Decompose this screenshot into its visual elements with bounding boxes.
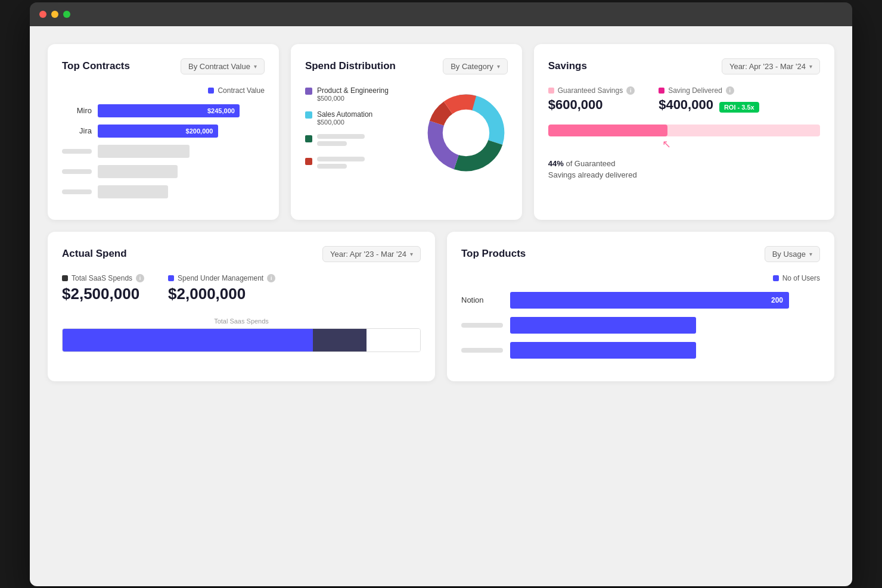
bar-row: Jira$200,000 — [62, 125, 265, 138]
chevron-down-icon: ▾ — [410, 251, 413, 257]
top-contracts-bars: Miro$245,000Jira$200,000 — [62, 104, 265, 198]
product-bar: 200 — [510, 292, 789, 309]
info-icon: i — [267, 274, 275, 282]
spend-legend: Product & Engineering$500,000Sales Autom… — [305, 86, 412, 179]
delivered-savings-label: Saving Delivered i — [659, 86, 759, 95]
spend-under-mgmt-value: $2,000,000 — [168, 285, 275, 303]
savings-note: 44% of GuaranteedSavings already deliver… — [548, 158, 820, 181]
total-saas-dot — [62, 275, 68, 281]
savings-card: Savings Year: Apr '23 - Mar '24 ▾ Guaran… — [534, 44, 834, 220]
spend-legend-name: Sales Automation — [317, 110, 372, 119]
bar-value: $200,000 — [186, 127, 213, 135]
top-products-card: Top Products By Usage ▾ No of Users Noti… — [447, 232, 834, 381]
guaranteed-savings-label: Guaranteed Savings i — [548, 86, 635, 95]
actual-spend-card: Actual Spend Year: Apr '23 - Mar '24 ▾ T… — [48, 232, 435, 381]
product-bar — [510, 317, 696, 334]
total-saas-metric: Total SaaS Spends i $2,500,000 — [62, 274, 144, 303]
bar-container — [98, 185, 265, 198]
delivered-savings-dot — [659, 88, 664, 94]
bar-label: Miro — [62, 106, 92, 115]
actual-spend-dropdown[interactable]: Year: Apr '23 - Mar '24 ▾ — [322, 246, 421, 262]
total-saas-value: $2,500,000 — [62, 285, 144, 303]
spend-stacked-bar — [62, 328, 421, 352]
spend-chart-label: Total Saas Spends — [62, 318, 421, 325]
product-bar — [510, 342, 696, 359]
guaranteed-savings-metric: Guaranteed Savings i $600,000 — [548, 86, 635, 113]
top-contracts-legend: Contract Value — [62, 86, 265, 95]
bar-row — [62, 185, 265, 198]
spend-bar-blue — [63, 329, 313, 351]
top-products-bars: Notion200 — [461, 292, 820, 359]
savings-title: Savings — [548, 60, 587, 72]
spend-distribution-dropdown[interactable]: By Category ▾ — [443, 58, 508, 74]
bar — [98, 185, 168, 198]
savings-header: Savings Year: Apr '23 - Mar '24 ▾ — [548, 58, 820, 74]
product-bar-row — [461, 342, 820, 359]
products-legend-dot — [773, 275, 779, 281]
bar-row: Miro$245,000 — [62, 104, 265, 117]
spend-under-mgmt-metric: Spend Under Management i $2,000,000 — [168, 274, 275, 303]
bar: $245,000 — [98, 104, 240, 117]
spend-bar-empty — [367, 329, 420, 351]
actual-spend-metrics: Total SaaS Spends i $2,500,000 Spend Und… — [62, 274, 421, 303]
bar-container — [98, 165, 265, 178]
spend-legend-item: Sales Automation$500,000 — [305, 110, 412, 126]
product-bar-value: 200 — [771, 296, 783, 304]
info-icon: i — [726, 86, 734, 95]
spend-legend-value: $500,000 — [317, 119, 372, 126]
spend-distribution-header: Spend Distribution By Category ▾ — [305, 58, 508, 74]
bar-container: $200,000 — [98, 125, 265, 138]
savings-metrics: Guaranteed Savings i $600,000 Saving Del… — [548, 86, 820, 113]
product-bar-label: Notion — [461, 295, 503, 304]
browser-titlebar — [30, 2, 852, 26]
svg-point-5 — [443, 109, 489, 155]
top-contracts-header: Top Contracts By Contract Value ▾ — [62, 58, 265, 74]
chevron-down-icon: ▾ — [809, 251, 812, 257]
top-contracts-dropdown[interactable]: By Contract Value ▾ — [181, 58, 265, 74]
top-products-header: Top Products By Usage ▾ — [461, 246, 820, 262]
actual-spend-header: Actual Spend Year: Apr '23 - Mar '24 ▾ — [62, 246, 421, 262]
spend-legend-item — [305, 157, 412, 171]
spend-legend-item: Product & Engineering$500,000 — [305, 86, 412, 102]
spend-legend-dot — [305, 111, 312, 119]
spend-legend-item — [305, 134, 412, 148]
spend-layout: Product & Engineering$500,000Sales Autom… — [305, 86, 508, 179]
top-contracts-title: Top Contracts — [62, 60, 130, 72]
top-products-dropdown[interactable]: By Usage ▾ — [765, 246, 820, 262]
bar — [98, 145, 190, 158]
bar-label-placeholder — [62, 189, 92, 194]
product-bar-label-placeholder — [461, 348, 503, 353]
actual-spend-title: Actual Spend — [62, 248, 127, 260]
arrow-icon: ↖ — [662, 138, 671, 151]
savings-bar-fill — [548, 125, 668, 136]
bar-container: $245,000 — [98, 104, 265, 117]
info-icon: i — [136, 274, 144, 282]
savings-bar-container: ↖ — [548, 125, 820, 136]
spend-legend-dot — [305, 135, 312, 142]
spend-under-mgmt-dot — [168, 275, 174, 281]
total-saas-label: Total SaaS Spends i — [62, 274, 144, 282]
bar-label-placeholder — [62, 169, 92, 174]
guaranteed-savings-dot — [548, 88, 554, 94]
spend-legend-dot — [305, 158, 312, 165]
legend-dot — [208, 88, 214, 94]
spend-legend-dot — [305, 88, 312, 95]
roi-badge: ROI - 3.5x — [719, 102, 759, 113]
bar-label: Jira — [62, 126, 92, 135]
bar-label-placeholder — [62, 149, 92, 154]
bar-row — [62, 165, 265, 178]
product-bar-row: Notion200 — [461, 292, 820, 309]
spend-bar-dark — [313, 329, 367, 351]
bar: $200,000 — [98, 125, 218, 138]
donut-chart — [424, 91, 508, 175]
bottom-row-grid: Actual Spend Year: Apr '23 - Mar '24 ▾ T… — [48, 232, 834, 381]
bar-value: $245,000 — [207, 107, 235, 114]
savings-bar-bg — [548, 125, 820, 136]
top-row-grid: Top Contracts By Contract Value ▾ Contra… — [48, 44, 834, 220]
top-contracts-card: Top Contracts By Contract Value ▾ Contra… — [48, 44, 279, 220]
product-bar-label-placeholder — [461, 323, 503, 328]
delivered-savings-value: $400,000 — [659, 97, 713, 113]
dot-yellow — [51, 11, 58, 18]
delivered-savings-metric: Saving Delivered i $400,000 ROI - 3.5x — [659, 86, 759, 113]
savings-dropdown[interactable]: Year: Apr '23 - Mar '24 ▾ — [722, 58, 820, 74]
